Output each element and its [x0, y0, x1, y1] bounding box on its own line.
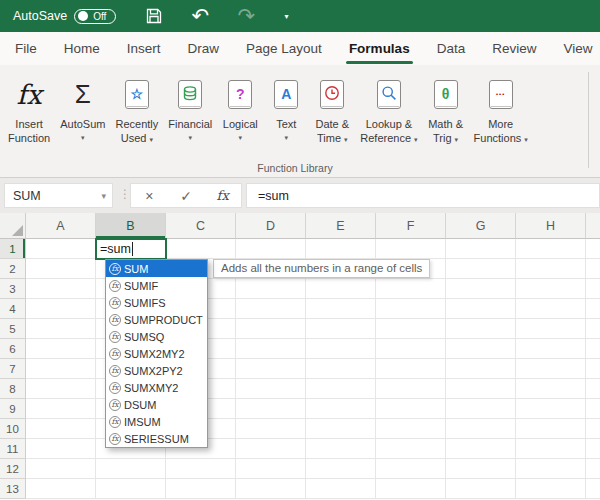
cell-g1[interactable]	[446, 239, 516, 259]
cell-a10[interactable]	[26, 419, 96, 439]
column-header-c[interactable]: C	[166, 213, 236, 239]
tab-page-layout[interactable]: Page Layout	[246, 41, 322, 56]
cell-h3[interactable]	[516, 279, 586, 299]
tab-view[interactable]: View	[563, 41, 592, 56]
cell-e9[interactable]	[306, 399, 376, 419]
tab-formulas[interactable]: Formulas	[349, 41, 410, 56]
autocomplete-item-imsum[interactable]: fxIMSUM	[106, 413, 207, 430]
row-header-5[interactable]: 5	[0, 319, 26, 339]
cell-f12[interactable]	[376, 459, 446, 479]
undo-icon[interactable]: ↶	[188, 6, 212, 26]
cell-f1[interactable]	[376, 239, 446, 259]
autocomplete-item-sumx2py2[interactable]: fxSUMX2PY2	[106, 362, 207, 379]
cell-g3[interactable]	[446, 279, 516, 299]
cell-a2[interactable]	[26, 259, 96, 279]
cell-e12[interactable]	[306, 459, 376, 479]
cell-d5[interactable]	[236, 319, 306, 339]
row-header-11[interactable]: 11	[0, 439, 26, 459]
cell-c13[interactable]	[166, 479, 236, 499]
cell-h1[interactable]	[516, 239, 586, 259]
cell-d3[interactable]	[236, 279, 306, 299]
cell-partial-4[interactable]	[586, 299, 600, 319]
cell-e5[interactable]	[306, 319, 376, 339]
row-header-13[interactable]: 13	[0, 479, 26, 499]
tab-file[interactable]: File	[15, 41, 37, 56]
cell-g4[interactable]	[446, 299, 516, 319]
row-header-12[interactable]: 12	[0, 459, 26, 479]
cell-d7[interactable]	[236, 359, 306, 379]
cell-a4[interactable]	[26, 299, 96, 319]
cell-e11[interactable]	[306, 439, 376, 459]
autocomplete-item-sumproduct[interactable]: fxSUMPRODUCT	[106, 311, 207, 328]
cell-e8[interactable]	[306, 379, 376, 399]
row-header-10[interactable]: 10	[0, 419, 26, 439]
column-header-e[interactable]: E	[306, 213, 376, 239]
column-header-a[interactable]: A	[26, 213, 96, 239]
tab-draw[interactable]: Draw	[188, 41, 220, 56]
cell-h4[interactable]	[516, 299, 586, 319]
cell-h13[interactable]	[516, 479, 586, 499]
cell-a13[interactable]	[26, 479, 96, 499]
recently-used-button[interactable]: ☆RecentlyUsed▾	[110, 70, 163, 162]
cell-partial-10[interactable]	[586, 419, 600, 439]
row-header-6[interactable]: 6	[0, 339, 26, 359]
cell-h8[interactable]	[516, 379, 586, 399]
cell-h5[interactable]	[516, 319, 586, 339]
cell-g13[interactable]	[446, 479, 516, 499]
cell-g5[interactable]	[446, 319, 516, 339]
cell-e1[interactable]	[306, 239, 376, 259]
date-time-button[interactable]: Date &Time▾	[309, 70, 355, 162]
cell-g8[interactable]	[446, 379, 516, 399]
cell-a5[interactable]	[26, 319, 96, 339]
cell-d4[interactable]	[236, 299, 306, 319]
cell-f5[interactable]	[376, 319, 446, 339]
cell-a1[interactable]	[26, 239, 96, 259]
autocomplete-item-sumx2my2[interactable]: fxSUMX2MY2	[106, 345, 207, 362]
cell-a8[interactable]	[26, 379, 96, 399]
tab-home[interactable]: Home	[64, 41, 100, 56]
cell-f13[interactable]	[376, 479, 446, 499]
cell-f6[interactable]	[376, 339, 446, 359]
cell-partial-11[interactable]	[586, 439, 600, 459]
row-header-9[interactable]: 9	[0, 399, 26, 419]
cell-partial-9[interactable]	[586, 399, 600, 419]
autosave-toggle[interactable]: AutoSave Off	[13, 9, 116, 24]
cell-f7[interactable]	[376, 359, 446, 379]
cell-e3[interactable]	[306, 279, 376, 299]
cell-h10[interactable]	[516, 419, 586, 439]
cell-h9[interactable]	[516, 399, 586, 419]
cell-a12[interactable]	[26, 459, 96, 479]
math-trig-button[interactable]: θMath &Trig▾	[423, 70, 469, 162]
cell-h11[interactable]	[516, 439, 586, 459]
insert-function-button[interactable]: fxInsertFunction	[3, 70, 55, 162]
autocomplete-item-dsum[interactable]: fxDSUM	[106, 396, 207, 413]
cell-d10[interactable]	[236, 419, 306, 439]
autocomplete-item-sumxmy2[interactable]: fxSUMXMY2	[106, 379, 207, 396]
cell-e6[interactable]	[306, 339, 376, 359]
lookup-reference-button[interactable]: Lookup &Reference▾	[355, 70, 422, 162]
column-header-g[interactable]: G	[446, 213, 516, 239]
cell-d11[interactable]	[236, 439, 306, 459]
cell-partial-13[interactable]	[586, 479, 600, 499]
autocomplete-item-sumif[interactable]: fxSUMIF	[106, 277, 207, 294]
cell-g9[interactable]	[446, 399, 516, 419]
tab-review[interactable]: Review	[492, 41, 536, 56]
cell-a11[interactable]	[26, 439, 96, 459]
cell-f9[interactable]	[376, 399, 446, 419]
cell-a6[interactable]	[26, 339, 96, 359]
name-box-dropdown-icon[interactable]: ▾	[101, 191, 106, 201]
cell-d13[interactable]	[236, 479, 306, 499]
row-header-7[interactable]: 7	[0, 359, 26, 379]
row-header-4[interactable]: 4	[0, 299, 26, 319]
cell-partial-12[interactable]	[586, 459, 600, 479]
cell-e7[interactable]	[306, 359, 376, 379]
name-box[interactable]: SUM ▾	[4, 183, 113, 208]
cell-partial-1[interactable]	[586, 239, 600, 259]
quick-access-dropdown-icon[interactable]: ▾	[284, 12, 288, 21]
cell-d8[interactable]	[236, 379, 306, 399]
cell-partial-3[interactable]	[586, 279, 600, 299]
cell-a9[interactable]	[26, 399, 96, 419]
column-header-b[interactable]: B	[96, 213, 166, 239]
active-cell-editor[interactable]: =sum	[95, 238, 167, 260]
insert-function-icon[interactable]: fx	[204, 188, 241, 203]
